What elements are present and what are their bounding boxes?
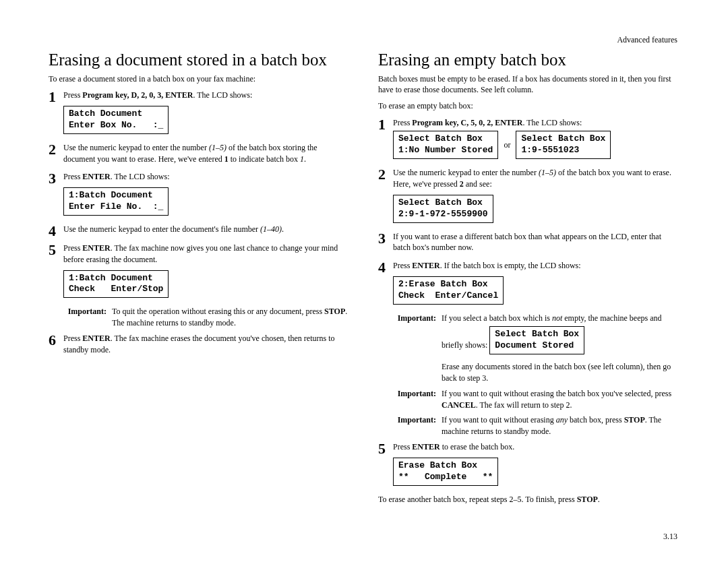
left-step-4: 4 Use the numeric keypad to enter the do… — [49, 224, 350, 239]
lcd-display: Select Batch Box 1:No Number Stored — [393, 131, 498, 159]
right-step-4: 4 Press ENTER. If the batch box is empty… — [378, 260, 679, 309]
note-body: To quit the operation without erasing th… — [112, 306, 350, 329]
note-label: Important: — [394, 388, 442, 411]
header-section-title: Advanced features — [617, 35, 677, 45]
step-text: Use the numeric keypad to enter the numb… — [393, 167, 679, 190]
step-number: 3 — [378, 231, 393, 246]
step-number: 5 — [49, 243, 63, 257]
lcd-display: Select Batch Box 1:9-5551023 — [516, 131, 611, 159]
note-body: If you want to quit without erasing any … — [442, 414, 679, 437]
left-step-3: 3 Press ENTER. The LCD shows: 1:Batch Do… — [49, 171, 350, 220]
left-step-6: 6 Press ENTER. The fax machine erases th… — [49, 333, 350, 358]
important-note: Important: If you select a batch box whi… — [394, 313, 679, 384]
right-intro-1: Batch boxes must be empty to be erased. … — [378, 73, 679, 95]
lcd-display: 1:Batch Document Check Enter/Stop — [63, 270, 169, 299]
lcd-display: 2:Erase Batch Box Check Enter/Cancel — [393, 276, 504, 305]
left-step-5: 5 Press ENTER. The fax machine now gives… — [49, 243, 350, 302]
step-number: 1 — [378, 117, 393, 132]
step-text: Use the numeric keypad to enter the docu… — [63, 224, 350, 235]
lcd-display: Erase Batch Box ** Complete ** — [393, 458, 498, 486]
note-body: If you want to quit without erasing the … — [442, 388, 679, 411]
left-column: Erasing a document stored in a batch box… — [49, 51, 350, 510]
left-intro: To erase a document stored in a batch bo… — [49, 73, 350, 84]
lcd-display: Select Batch Box 2:9-1-972-5559900 — [393, 195, 493, 223]
right-step-3: 3 If you want to erase a different batch… — [378, 231, 679, 257]
or-text: or — [504, 139, 510, 151]
step-text: Press ENTER. The LCD shows: — [63, 171, 350, 183]
lcd-display: 1:Batch Document Enter File No. :_ — [63, 187, 169, 216]
step-number: 5 — [378, 441, 393, 456]
left-step-2: 2 Use the numeric keypad to enter the nu… — [49, 142, 350, 168]
right-heading: Erasing an empty batch box — [378, 51, 679, 69]
right-steps-cont: 5 Press ENTER to erase the batch box. Er… — [378, 441, 679, 490]
step-text: Press Program key, D, 2, 0, 3, ENTER. Th… — [63, 90, 350, 101]
important-note: Important: If you want to quit without e… — [394, 414, 679, 437]
step-text: Use the numeric keypad to enter the numb… — [63, 142, 350, 165]
right-footer: To erase another batch box, repeat steps… — [378, 494, 679, 505]
lcd-row: Select Batch Box 1:No Number Stored or S… — [393, 131, 679, 159]
note-continuation: Erase any documents stored in the batch … — [442, 361, 679, 384]
important-note: Important: To quit the operation without… — [65, 306, 350, 329]
step-number: 3 — [49, 171, 63, 186]
step-number: 1 — [49, 90, 63, 104]
left-steps-cont: 6 Press ENTER. The fax machine erases th… — [49, 333, 350, 358]
important-note: Important: If you want to quit without e… — [394, 388, 679, 411]
step-text: Press ENTER. If the batch box is empty, … — [393, 260, 679, 272]
step-number: 2 — [378, 167, 393, 182]
step-text: If you want to erase a different batch b… — [393, 231, 679, 254]
step-text: Press ENTER to erase the batch box. — [393, 441, 679, 453]
note-label: Important: — [65, 306, 112, 329]
right-step-5: 5 Press ENTER to erase the batch box. Er… — [378, 441, 679, 490]
note-label: Important: — [394, 414, 442, 437]
step-text: Press ENTER. The fax machine erases the … — [63, 333, 350, 356]
left-heading: Erasing a document stored in a batch box — [49, 51, 350, 69]
left-steps: 1 Press Program key, D, 2, 0, 3, ENTER. … — [49, 90, 350, 302]
right-steps: 1 Press Program key, C, 5, 0, 2, ENTER. … — [378, 117, 679, 309]
step-number: 4 — [378, 260, 393, 275]
left-step-1: 1 Press Program key, D, 2, 0, 3, ENTER. … — [49, 90, 350, 138]
step-number: 6 — [49, 333, 63, 348]
lcd-display: Select Batch Box Document Stored — [489, 326, 584, 354]
two-column-layout: Erasing a document stored in a batch box… — [49, 51, 679, 510]
right-step-2: 2 Use the numeric keypad to enter the nu… — [378, 167, 679, 226]
note-body: If you select a batch box which is not e… — [442, 313, 679, 384]
note-label: Important: — [394, 313, 442, 384]
step-text: Press ENTER. The fax machine now gives y… — [63, 243, 350, 266]
right-column: Erasing an empty batch box Batch boxes m… — [378, 51, 679, 510]
step-text: Press Program key, C, 5, 0, 2, ENTER. Th… — [393, 117, 679, 129]
lcd-display: Batch Document Enter Box No. :_ — [63, 106, 169, 134]
right-step-1: 1 Press Program key, C, 5, 0, 2, ENTER. … — [378, 117, 679, 164]
step-number: 2 — [49, 142, 63, 157]
page-number: 3.13 — [663, 532, 677, 542]
right-intro-2: To erase an empty batch box: — [378, 100, 679, 111]
step-number: 4 — [49, 224, 63, 239]
